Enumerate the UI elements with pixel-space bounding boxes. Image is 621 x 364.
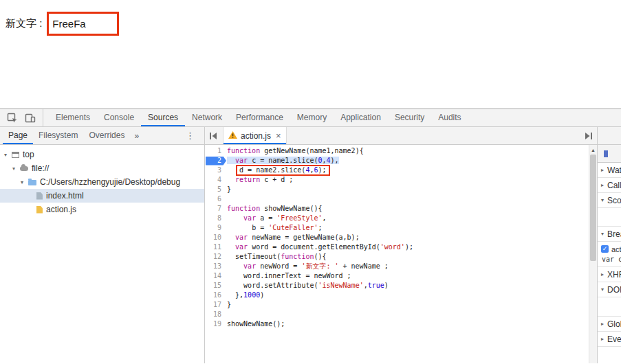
breakpoint-marker[interactable]: 2	[205, 156, 227, 166]
code-line: 7function showNewName(){	[205, 204, 589, 214]
tab-performance[interactable]: Performance	[229, 109, 290, 126]
line-number[interactable]: 12	[205, 252, 227, 262]
code-line: 4 return c + d ;	[205, 175, 589, 185]
tree-item-action-js[interactable]: action.js	[0, 203, 204, 216]
line-number[interactable]: 7	[205, 204, 227, 214]
toolbar-icon-group	[0, 109, 43, 126]
devtools-second-row: PageFilesystemOverrides » ⋮ ac	[0, 127, 621, 145]
line-number[interactable]: 8	[205, 214, 227, 223]
section-watch[interactable]: ▸Watch	[598, 163, 621, 178]
device-toolbar-icon[interactable]	[21, 110, 39, 126]
code-line: 10 var newName = getNewName(a,b);	[205, 233, 589, 242]
screenshot-root: { "page": { "label": "新文字 :", "value": "…	[0, 0, 621, 364]
debugger-sidebar: ▸Watch▸Call Stack▾Scope▾Breakpoints✓acti…	[597, 145, 621, 363]
disclosure-arrow-icon: ▾	[601, 197, 607, 203]
line-number[interactable]: 13	[205, 262, 227, 271]
line-number[interactable]: 6	[205, 194, 227, 204]
navtab-page[interactable]: Page	[3, 127, 33, 144]
line-number[interactable]: 10	[205, 233, 227, 242]
line-number[interactable]: 5	[205, 185, 227, 194]
line-number[interactable]: 17	[205, 300, 227, 310]
toggle-navigator-icon[interactable]	[205, 127, 223, 144]
close-icon[interactable]: ×	[276, 130, 281, 141]
expand-arrow-icon[interactable]: ▾	[21, 179, 28, 185]
file-icon-html	[36, 192, 43, 200]
section-label: Scope	[607, 196, 621, 205]
section-label: Breakpoints	[607, 229, 621, 239]
more-tabs-chevron[interactable]: »	[130, 127, 143, 144]
file-icon-js	[36, 206, 43, 214]
section-global-listeners[interactable]: ▸Global Listeners	[598, 317, 621, 332]
disclosure-arrow-icon: ▾	[601, 286, 607, 293]
tab-elements[interactable]: Elements	[49, 109, 97, 126]
line-number[interactable]: 3	[205, 166, 227, 175]
code-text: },1000)	[227, 291, 264, 300]
line-number[interactable]: 18	[205, 310, 227, 319]
code-text: function showNewName(){	[227, 204, 322, 214]
section-xhr-fetch-breakpoints[interactable]: ▸XHR/fetch Breakpoints	[598, 267, 621, 282]
code-text: d = name2.slice(4,6);	[227, 166, 331, 175]
editor-tab-actionjs[interactable]: action.js ×	[223, 127, 287, 144]
scrollbar-up-icon[interactable]: ▲	[589, 145, 597, 155]
tree-item-top[interactable]: ▾top	[0, 148, 204, 161]
line-number[interactable]: 4	[205, 175, 227, 185]
tree-item-c-users-hzzhengyujie-desktop-debug[interactable]: ▾C:/Users/hzzhengyujie/Desktop/debug	[0, 175, 204, 189]
scrollbar-thumb[interactable]	[590, 155, 596, 261]
line-number[interactable]: 1	[205, 146, 227, 156]
line-number[interactable]: 11	[205, 242, 227, 252]
line-number[interactable]: 19	[205, 319, 227, 329]
code-line: 12 setTimeout(function(){	[205, 252, 589, 262]
toggle-debugger-sidebar-icon[interactable]	[579, 127, 597, 144]
expand-arrow-icon[interactable]: ▾	[4, 152, 12, 158]
tab-network[interactable]: Network	[185, 109, 229, 126]
editor-scrollbar[interactable]: ▲	[589, 145, 597, 363]
section-label: XHR/fetch Breakpoints	[607, 270, 621, 280]
tab-memory[interactable]: Memory	[290, 109, 334, 126]
tab-sources[interactable]: Sources	[141, 109, 185, 126]
line-number[interactable]: 16	[205, 291, 227, 300]
section-breakpoints[interactable]: ▾Breakpoints	[598, 227, 621, 242]
disclosure-arrow-icon: ▾	[601, 231, 607, 237]
code-text: var newName = getNewName(a,b);	[227, 233, 360, 242]
line-number[interactable]: 15	[205, 281, 227, 291]
tree-item-index-html[interactable]: index.html	[0, 189, 204, 203]
line-number[interactable]: 9	[205, 223, 227, 233]
tab-application[interactable]: Application	[334, 109, 388, 126]
section-event-listener-breakpoints[interactable]: ▸Event Listener Breakpoints	[598, 332, 621, 347]
disclosure-arrow-icon: ▸	[601, 167, 607, 173]
inspect-element-icon[interactable]	[3, 110, 21, 126]
code-editor[interactable]: 1function getNewName(name1,name2){2 var …	[205, 145, 597, 363]
line-number[interactable]: 14	[205, 271, 227, 281]
section-scope[interactable]: ▾Scope	[598, 193, 621, 208]
execution-line-highlight: var c = name1.slice(0,4),	[227, 157, 339, 164]
code-line: 2 var c = name1.slice(0,4),	[205, 156, 589, 166]
code-line: 5}	[205, 185, 589, 194]
disclosure-arrow-icon: ▸	[601, 336, 607, 342]
breakpoint-entry[interactable]: ✓action.js:2var c = name1.slice(0,4),	[598, 242, 621, 267]
expand-arrow-icon[interactable]: ▾	[12, 166, 20, 172]
pause-icon[interactable]	[604, 150, 608, 157]
tab-audits[interactable]: Audits	[431, 109, 468, 126]
checkbox-checked-icon[interactable]: ✓	[601, 245, 609, 253]
disclosure-arrow-icon: ▸	[601, 321, 607, 327]
tree-item-file[interactable]: ▾file://	[0, 161, 204, 175]
section-label: DOM Breakpoints	[607, 285, 621, 295]
panel-tabs: ElementsConsoleSourcesNetworkPerformance…	[43, 109, 468, 126]
tab-security[interactable]: Security	[388, 109, 431, 126]
section-label: Event Listener Breakpoints	[607, 334, 621, 344]
code-text: }	[227, 185, 231, 194]
annotation-box-code: d = name2.slice(4,6);	[236, 165, 329, 176]
section-dom-breakpoints[interactable]: ▾DOM Breakpoints	[598, 282, 621, 297]
code-area[interactable]: 1function getNewName(name1,name2){2 var …	[205, 145, 589, 363]
breakpoint-code-preview: var c = name1.slice(0,4),	[601, 254, 621, 264]
code-line: 9 b = 'CuteFaller';	[205, 223, 589, 233]
tab-console[interactable]: Console	[97, 109, 141, 126]
navtab-filesystem[interactable]: Filesystem	[33, 127, 83, 144]
code-text: var word = document.getElementById('word…	[227, 242, 413, 252]
tree-item-label: top	[23, 150, 34, 159]
folder-icon	[28, 180, 36, 185]
code-text: showNewName();	[227, 319, 285, 329]
overflow-menu-icon[interactable]: ⋮	[186, 127, 195, 144]
section-call-stack[interactable]: ▸Call Stack	[598, 178, 621, 193]
navtab-overrides[interactable]: Overrides	[83, 127, 130, 144]
